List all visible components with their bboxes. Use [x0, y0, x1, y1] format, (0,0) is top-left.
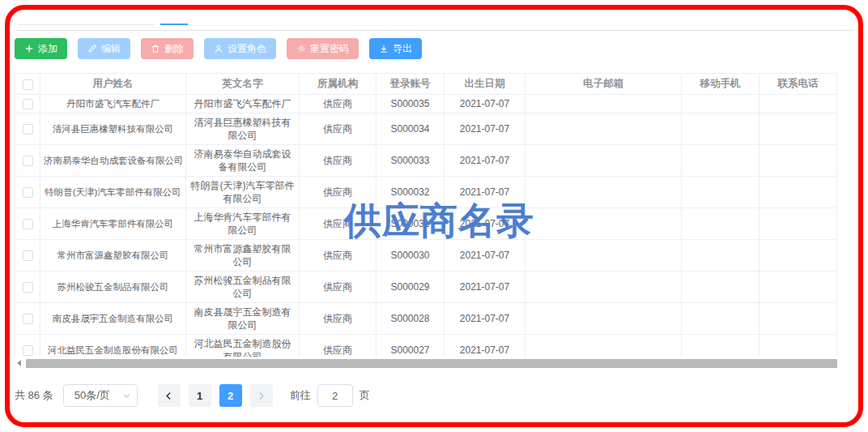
next-page-button[interactable] [250, 384, 273, 407]
select-all-checkbox[interactable] [23, 79, 33, 90]
row-checkbox[interactable] [23, 124, 33, 135]
row-checkbox[interactable] [23, 345, 33, 356]
horizontal-scrollbar[interactable] [15, 358, 837, 368]
button-label: 编辑 [101, 42, 121, 56]
cell-mobile [682, 95, 760, 113]
delete-button[interactable]: 删除 [141, 38, 194, 59]
button-label: 导出 [393, 42, 412, 56]
cell-org: 供应商 [300, 95, 377, 113]
page-button-1[interactable]: 1 [189, 384, 211, 407]
row-checkbox[interactable] [23, 282, 33, 293]
page-size-value: 50条/页 [74, 388, 110, 403]
column-header-name: 用户姓名 [40, 74, 186, 95]
cell-org: 供应商 [300, 113, 377, 145]
cell-name: 常州市富源鑫塑胶有限公司 [40, 240, 186, 272]
cell-en_name: 济南易泰华自动成套设备有限公司 [186, 145, 300, 177]
main-content: 添加编辑删除设置角色重置密码导出 用户姓名英文名字所属机构登录账号出生日期电子邮… [15, 10, 853, 407]
table-container: 用户姓名英文名字所属机构登录账号出生日期电子邮箱移动手机联系电话 丹阳市盛飞汽车… [15, 73, 837, 357]
cell-account: S000033 [377, 145, 445, 177]
cell-birth: 2021-07-07 [445, 303, 525, 335]
row-checkbox[interactable] [23, 250, 33, 261]
cell-en_name: 丹阳市盛飞汽车配件厂 [186, 95, 300, 113]
cell-email [525, 303, 682, 335]
table-row: 清河县巨惠橡塑科技有限公司清河县巨惠橡塑科技有限公司供应商S0000342021… [15, 113, 837, 145]
cell-checkbox [15, 272, 40, 303]
cell-mobile [682, 145, 760, 177]
goto-label: 前往 [290, 388, 311, 403]
cell-mobile [682, 240, 760, 272]
cell-org: 供应商 [300, 145, 377, 177]
row-checkbox[interactable] [23, 99, 33, 109]
column-header-account: 登录账号 [377, 74, 445, 95]
edit-button[interactable]: 编辑 [78, 38, 130, 59]
cell-phone [760, 240, 837, 272]
cell-email [525, 95, 682, 113]
cell-phone [760, 208, 837, 240]
row-checkbox[interactable] [23, 156, 33, 166]
cell-mobile [682, 113, 760, 145]
button-label: 重置密码 [310, 42, 349, 56]
download-icon [379, 44, 389, 53]
column-header-birth: 出生日期 [445, 74, 525, 95]
table-row: 济南易泰华自动成套设备有限公司济南易泰华自动成套设备有限公司供应商S000033… [15, 145, 837, 177]
table-header-row: 用户姓名英文名字所属机构登录账号出生日期电子邮箱移动手机联系电话 [15, 74, 837, 95]
total-count: 共 86 条 [15, 388, 53, 403]
plus-icon [24, 44, 34, 53]
goto-suffix: 页 [360, 388, 370, 403]
column-header-email: 电子邮箱 [525, 74, 682, 95]
cell-email [525, 113, 682, 145]
cell-phone [760, 272, 837, 303]
row-checkbox[interactable] [23, 219, 33, 229]
cell-account: S000034 [377, 113, 445, 145]
cell-checkbox [15, 240, 40, 272]
cell-mobile [682, 177, 760, 208]
cell-mobile [682, 303, 760, 335]
row-checkbox[interactable] [23, 187, 33, 198]
cell-email [525, 208, 682, 240]
cell-en_name: 南皮县晟宇五金制造有限公司 [186, 303, 300, 335]
cell-en_name: 特朗普(天津)汽车零部件有限公司 [186, 177, 300, 208]
cell-birth: 2021-07-07 [445, 95, 525, 113]
gear-icon [296, 44, 306, 53]
set-role-button[interactable]: 设置角色 [204, 38, 276, 59]
cell-en_name: 清河县巨惠橡塑科技有限公司 [186, 113, 300, 145]
scrollbar-thumb[interactable] [26, 359, 837, 368]
row-checkbox[interactable] [23, 314, 33, 324]
cell-name: 上海华肯汽车零部件有限公司 [40, 208, 186, 240]
cell-name: 南皮县晟宇五金制造有限公司 [40, 303, 186, 335]
cell-checkbox [15, 208, 40, 240]
cell-checkbox [15, 145, 40, 177]
pagination: 共 86 条 50条/页 12 前往 页 [15, 384, 853, 407]
table-row: 丹阳市盛飞汽车配件厂丹阳市盛飞汽车配件厂供应商S0000352021-07-07 [15, 95, 837, 113]
scroll-left-arrow-icon[interactable] [17, 360, 21, 366]
goto-page-input[interactable] [317, 384, 353, 407]
cell-email [525, 272, 682, 303]
page-size-select[interactable]: 50条/页 [63, 384, 138, 407]
cell-en_name: 苏州松骏五金制品有限公司 [186, 272, 300, 303]
prev-page-button[interactable] [158, 384, 181, 407]
add-button[interactable]: 添加 [15, 38, 67, 59]
cell-account: S000029 [377, 272, 445, 303]
cell-checkbox [15, 113, 40, 145]
cell-checkbox [15, 177, 40, 208]
export-button[interactable]: 导出 [369, 38, 422, 59]
cell-name: 丹阳市盛飞汽车配件厂 [40, 95, 186, 113]
cell-org: 供应商 [300, 272, 377, 303]
button-label: 删除 [164, 42, 184, 56]
cell-name: 清河县巨惠橡塑科技有限公司 [40, 113, 186, 145]
button-label: 添加 [38, 42, 57, 56]
watermark: 供应商名录 [344, 196, 534, 246]
table-row: 河北益民五金制造股份有限公司河北益民五金制造股份有限公司供应商S00002720… [15, 335, 837, 357]
cell-name: 河北益民五金制造股份有限公司 [40, 335, 186, 357]
cell-email [525, 240, 682, 272]
cell-checkbox [15, 303, 40, 335]
cell-phone [760, 145, 837, 177]
cell-checkbox [15, 95, 40, 113]
column-header-org: 所属机构 [300, 74, 377, 95]
page-button-2[interactable]: 2 [219, 384, 242, 407]
active-tab-indicator[interactable] [160, 24, 188, 25]
reset-password-button[interactable]: 重置密码 [287, 38, 359, 59]
tab-bar [15, 10, 853, 31]
cell-org: 供应商 [300, 335, 377, 357]
cell-mobile [682, 272, 760, 303]
